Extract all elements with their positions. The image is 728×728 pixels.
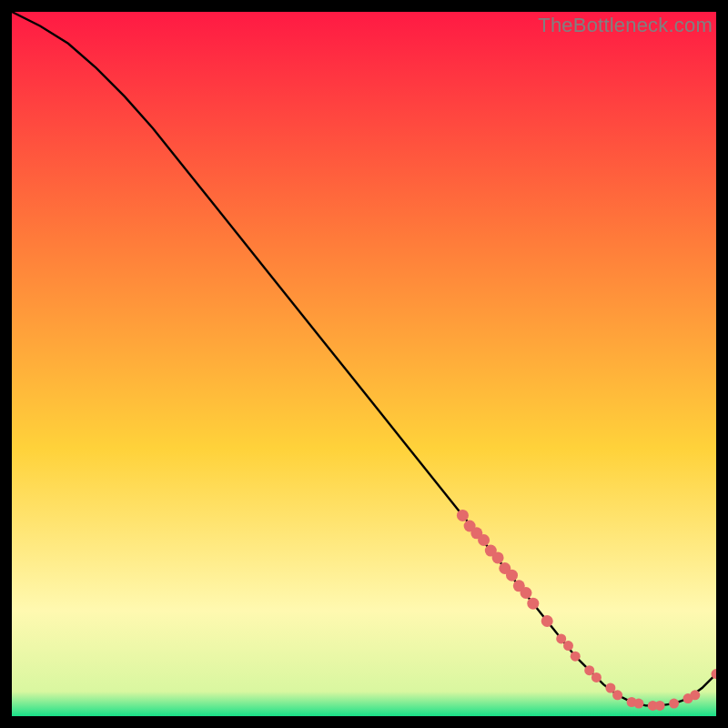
data-point: [655, 701, 665, 711]
data-point: [571, 652, 581, 662]
data-point: [521, 587, 532, 599]
data-point: [527, 598, 539, 610]
chart-card: TheBottleneck.com: [12, 12, 716, 716]
gradient-background: [12, 12, 716, 716]
data-point: [492, 551, 504, 563]
data-point: [556, 633, 566, 643]
data-point: [605, 683, 615, 693]
data-point: [563, 641, 573, 651]
data-point: [633, 699, 643, 709]
data-point: [690, 690, 700, 700]
data-point: [541, 615, 553, 627]
data-point: [592, 672, 602, 682]
bottleneck-chart: [12, 12, 716, 716]
attribution-label: TheBottleneck.com: [538, 14, 713, 37]
data-point: [478, 534, 490, 546]
data-point: [612, 690, 622, 700]
data-point: [457, 510, 469, 521]
data-point: [506, 570, 518, 581]
data-point: [669, 699, 679, 709]
